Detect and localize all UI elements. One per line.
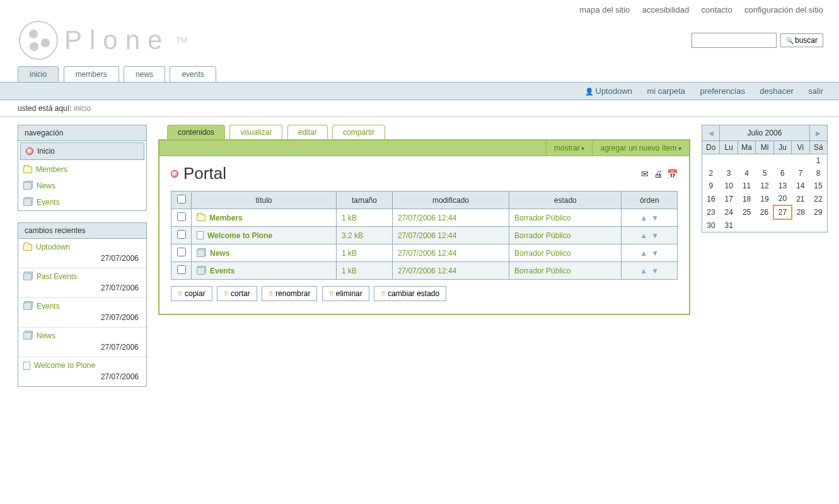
cal-day[interactable]: 29 [809, 205, 827, 219]
order-down-icon[interactable]: ▼ [651, 214, 659, 222]
row-title-link[interactable]: News [197, 249, 331, 258]
cal-day[interactable] [738, 219, 755, 232]
logout-link[interactable]: salir [808, 86, 823, 96]
tab-edit[interactable]: editar [287, 125, 328, 139]
order-up-icon[interactable]: ▲ [640, 266, 647, 275]
tab-view[interactable]: visualizar [229, 125, 282, 139]
cal-day[interactable]: 5 [756, 167, 773, 180]
recent-link[interactable]: Events [23, 302, 141, 311]
recent-link[interactable]: News [23, 331, 141, 340]
th-state[interactable]: estado [509, 192, 622, 209]
row-checkbox[interactable] [177, 265, 186, 274]
cal-day[interactable] [792, 219, 809, 232]
select-all-checkbox[interactable] [177, 195, 186, 203]
th-order[interactable]: órden [622, 192, 678, 209]
order-up-icon[interactable]: ▲ [640, 231, 647, 240]
undo-link[interactable]: deshacer [760, 86, 793, 96]
row-state[interactable]: Borrador Público [509, 209, 622, 227]
cal-day[interactable]: 13 [773, 180, 791, 192]
nav-item-members[interactable]: Members [18, 161, 146, 178]
cal-day[interactable]: 6 [773, 167, 791, 180]
tab-events[interactable]: events [170, 66, 216, 82]
link-accessibility[interactable]: accesibilidad [642, 5, 689, 14]
logo[interactable]: Plone TM [19, 21, 187, 60]
cal-day[interactable]: 27 [773, 205, 791, 219]
cal-day[interactable] [756, 154, 773, 168]
change-state-button[interactable]: cambiar estado [374, 286, 446, 301]
cal-day[interactable]: 17 [720, 192, 738, 205]
my-folder-link[interactable]: mi carpeta [647, 86, 685, 96]
cal-day[interactable]: 19 [756, 192, 773, 205]
cal-day[interactable]: 24 [720, 205, 738, 219]
cal-day[interactable] [702, 154, 720, 168]
th-size[interactable]: tamaño [336, 192, 392, 209]
cal-day[interactable] [756, 219, 773, 232]
nav-item-news[interactable]: News [18, 178, 146, 194]
th-title[interactable]: título [192, 192, 337, 209]
cal-day[interactable]: 25 [738, 205, 755, 219]
cal-day[interactable]: 3 [720, 167, 738, 180]
cal-day[interactable] [792, 154, 809, 168]
delete-button[interactable]: eliminar [322, 286, 369, 301]
cal-day[interactable]: 16 [702, 192, 720, 205]
calendar-icon[interactable]: 📅 [667, 169, 678, 179]
tab-members[interactable]: members [64, 66, 119, 82]
cal-day[interactable]: 20 [773, 192, 791, 205]
order-down-icon[interactable]: ▼ [651, 231, 659, 240]
row-state[interactable]: Borrador Público [509, 227, 622, 244]
order-down-icon[interactable]: ▼ [651, 266, 659, 275]
tab-news[interactable]: news [124, 66, 165, 82]
row-state[interactable]: Borrador Público [509, 262, 622, 280]
cal-day[interactable]: 26 [756, 205, 773, 219]
cal-day[interactable]: 15 [809, 180, 827, 192]
send-icon[interactable]: ✉ [641, 169, 649, 179]
rename-button[interactable]: renombrar [262, 286, 317, 301]
cal-next[interactable]: ▶ [809, 125, 827, 141]
recent-link[interactable]: Uptodown [23, 243, 141, 251]
row-title-link[interactable]: Events [197, 266, 331, 275]
cal-day[interactable]: 8 [809, 167, 827, 180]
link-sitemap[interactable]: mapa del sitio [579, 5, 630, 14]
recent-link[interactable]: Past Events [23, 272, 141, 281]
link-contact[interactable]: contacto [701, 5, 732, 14]
cal-day[interactable]: 1 [809, 154, 827, 168]
cal-day[interactable]: 22 [809, 192, 827, 205]
order-down-icon[interactable]: ▼ [651, 249, 659, 258]
cal-day[interactable]: 31 [720, 219, 738, 232]
cal-day[interactable]: 28 [792, 205, 809, 219]
user-link[interactable]: Uptodown [585, 86, 633, 96]
recent-link[interactable]: Welcome to Plone [23, 361, 141, 370]
cal-day[interactable]: 9 [702, 180, 720, 192]
nav-item-inicio[interactable]: Inicio [20, 142, 144, 160]
cal-day[interactable]: 10 [720, 180, 738, 192]
cal-prev[interactable]: ◀ [702, 125, 720, 141]
row-checkbox[interactable] [177, 248, 186, 256]
cal-day[interactable]: 18 [738, 192, 755, 205]
cal-day[interactable] [773, 219, 791, 232]
search-button[interactable]: buscar [780, 33, 823, 47]
copy-button[interactable]: copiar [171, 286, 212, 301]
preferences-link[interactable]: preferencias [700, 86, 745, 96]
order-up-icon[interactable]: ▲ [640, 249, 647, 258]
cal-day[interactable]: 21 [792, 192, 809, 205]
search-input[interactable] [691, 33, 777, 48]
cal-day[interactable]: 4 [738, 167, 755, 180]
tab-home[interactable]: inicio [18, 66, 59, 82]
cal-day[interactable]: 11 [738, 180, 755, 192]
display-menu[interactable]: mostrar [546, 140, 592, 156]
cal-day[interactable]: 2 [702, 167, 720, 180]
row-state[interactable]: Borrador Público [509, 244, 622, 262]
tab-share[interactable]: compartir [332, 125, 385, 139]
row-title-link[interactable]: Members [197, 214, 331, 222]
row-title-link[interactable]: Welcome to Plone [197, 231, 331, 240]
cal-day[interactable]: 7 [792, 167, 809, 180]
link-site-setup[interactable]: configuración del sitio [744, 5, 823, 14]
cal-day[interactable] [738, 154, 755, 168]
cut-button[interactable]: cortar [217, 286, 257, 301]
add-new-menu[interactable]: agregar un nuevo ítem [592, 140, 689, 156]
row-checkbox[interactable] [177, 230, 186, 239]
cal-day[interactable] [809, 219, 827, 232]
nav-item-events[interactable]: Events [18, 194, 146, 210]
print-icon[interactable]: 🖨 [654, 169, 663, 179]
tab-contents[interactable]: contenidos [167, 125, 225, 139]
